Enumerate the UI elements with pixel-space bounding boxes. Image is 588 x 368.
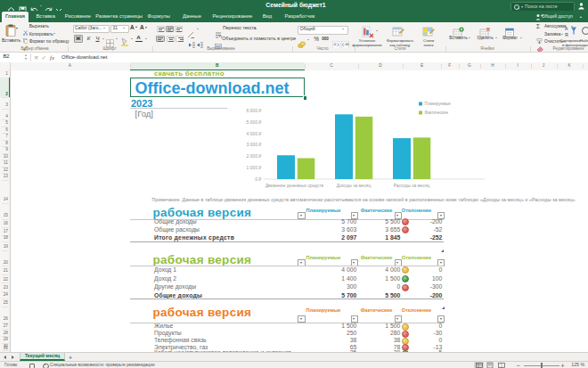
borders-dropdown-icon[interactable] bbox=[116, 38, 118, 39]
fill-color-icon[interactable] bbox=[120, 34, 129, 43]
prev-sheet-icon[interactable] bbox=[4, 356, 6, 359]
filter-button[interactable] bbox=[395, 315, 402, 323]
align-bottom-button[interactable] bbox=[175, 26, 183, 32]
autosum-button[interactable]: Автосумма bbox=[544, 24, 566, 29]
zoom-out-button[interactable]: − bbox=[516, 362, 519, 368]
merge-center-dropdown-icon[interactable] bbox=[287, 38, 289, 39]
column-header-K[interactable]: K bbox=[568, 64, 570, 69]
increase-decimal-icon[interactable]: .0 bbox=[332, 36, 340, 44]
name-box[interactable]: B2 bbox=[4, 54, 10, 60]
enter-icon[interactable]: ✓ bbox=[42, 54, 46, 61]
format-as-table-label-2[interactable]: как таблицу bbox=[390, 43, 411, 46]
italic-button[interactable]: К bbox=[87, 36, 91, 41]
tab-2[interactable]: Рисование bbox=[65, 14, 91, 20]
cell-styles-label-2[interactable]: ячеек bbox=[424, 43, 434, 46]
column-header-B[interactable]: B bbox=[216, 64, 218, 69]
tab-5[interactable]: Данные bbox=[183, 14, 201, 20]
filter-button[interactable] bbox=[298, 259, 305, 266]
cancel-icon[interactable]: ✕ bbox=[34, 54, 38, 61]
filter-button[interactable] bbox=[437, 259, 445, 266]
currency-dropdown-icon[interactable] bbox=[307, 39, 309, 40]
select-all-corner[interactable] bbox=[0, 62, 11, 70]
normal-view-button[interactable] bbox=[474, 362, 484, 368]
format-as-table-icon[interactable] bbox=[392, 26, 404, 38]
sort-filter-label-2[interactable]: и фильтр bbox=[562, 43, 578, 46]
filter-button[interactable] bbox=[351, 315, 358, 323]
cut-button[interactable]: Вырезать bbox=[29, 24, 49, 29]
table-resize-handle[interactable] bbox=[442, 297, 445, 299]
decrease-indent-icon[interactable] bbox=[188, 36, 195, 42]
underline-dropdown-icon[interactable] bbox=[102, 38, 104, 39]
tab-6[interactable]: Рецензирование bbox=[213, 14, 253, 20]
decrease-decimal-icon[interactable]: .00 bbox=[341, 36, 349, 44]
autosum-icon[interactable]: Σ bbox=[536, 23, 540, 29]
zoom-slider-thumb[interactable] bbox=[541, 363, 543, 368]
wrap-text-icon[interactable] bbox=[215, 26, 222, 32]
clear-icon[interactable] bbox=[536, 39, 543, 45]
orientation-icon[interactable] bbox=[187, 26, 196, 33]
filter-button[interactable] bbox=[437, 315, 445, 323]
merge-center-button[interactable]: Объединить и поместить в центре bbox=[222, 37, 296, 41]
column-header-E[interactable]: E bbox=[421, 64, 423, 69]
wrap-text-dropdown-icon[interactable] bbox=[255, 29, 257, 29]
column-header-H[interactable]: H bbox=[491, 64, 494, 69]
column-header-I[interactable]: I bbox=[518, 64, 519, 69]
find-select-label-2[interactable]: выделить bbox=[578, 43, 588, 46]
copy-icon[interactable] bbox=[23, 31, 29, 37]
collapse-ribbon-icon[interactable] bbox=[580, 16, 582, 18]
home-icon[interactable] bbox=[7, 2, 15, 10]
format-cells-button[interactable]: Формат bbox=[502, 36, 518, 40]
sort-filter-icon[interactable]: АЯ bbox=[565, 25, 576, 37]
filter-button[interactable] bbox=[395, 212, 402, 219]
tab-3[interactable]: Разметка страницы bbox=[95, 14, 143, 20]
customize-qat-icon[interactable] bbox=[55, 2, 61, 10]
font-size-dropdown-icon[interactable] bbox=[123, 28, 125, 29]
filter-button[interactable] bbox=[395, 259, 402, 266]
wrap-text-button[interactable]: Перенос текста bbox=[223, 27, 257, 31]
insert-cells-dropdown-icon[interactable] bbox=[469, 37, 470, 38]
filter-button[interactable] bbox=[298, 315, 305, 323]
conditional-formatting-dropdown-icon[interactable] bbox=[376, 30, 378, 31]
increase-indent-icon[interactable] bbox=[196, 36, 203, 42]
cell-styles-icon[interactable] bbox=[422, 26, 435, 38]
underline-button[interactable]: Ч bbox=[95, 36, 99, 41]
redo-icon[interactable] bbox=[45, 2, 53, 10]
budget-chart[interactable]: 0 ₽1 000 ₽2 000 ₽3 000 ₽4 000 ₽5 000 ₽6 … bbox=[227, 98, 494, 194]
save-icon[interactable] bbox=[19, 2, 27, 10]
merge-center-icon[interactable] bbox=[215, 37, 222, 42]
column-header-A[interactable]: A bbox=[69, 64, 71, 69]
zoom-level[interactable]: 125 % bbox=[571, 363, 584, 367]
decrease-font-icon[interactable]: A bbox=[140, 25, 144, 31]
add-sheet-button[interactable]: + bbox=[69, 354, 72, 360]
orientation-dropdown-icon[interactable] bbox=[197, 29, 199, 29]
filter-button[interactable] bbox=[351, 212, 358, 219]
filter-button[interactable] bbox=[437, 212, 445, 219]
tab-4[interactable]: Формулы bbox=[148, 14, 170, 20]
column-header-J[interactable]: J bbox=[543, 64, 544, 69]
page-layout-button[interactable] bbox=[486, 362, 495, 368]
currency-icon[interactable] bbox=[298, 36, 306, 43]
font-color-icon[interactable]: A bbox=[135, 34, 143, 43]
filter-button[interactable] bbox=[298, 212, 305, 219]
align-right-button[interactable] bbox=[176, 36, 184, 42]
column-header-D[interactable]: D bbox=[379, 64, 381, 69]
cut-icon[interactable] bbox=[23, 23, 29, 29]
paste-dropdown-icon[interactable] bbox=[16, 28, 18, 29]
undo-dropdown-icon[interactable] bbox=[40, 5, 42, 6]
format-cells-dropdown-icon[interactable] bbox=[520, 37, 522, 38]
fill-dropdown-icon[interactable] bbox=[561, 34, 563, 35]
formula-input[interactable]: Office-download.net bbox=[61, 55, 107, 61]
tab-8[interactable]: Разработчик bbox=[284, 14, 314, 20]
font-color-dropdown-icon[interactable] bbox=[145, 38, 147, 39]
column-header-G[interactable]: G bbox=[468, 64, 471, 69]
format-painter-icon[interactable] bbox=[23, 38, 29, 44]
increase-font-icon[interactable]: A bbox=[130, 25, 135, 31]
fill-color-dropdown-icon[interactable] bbox=[131, 38, 133, 39]
find-select-icon[interactable] bbox=[581, 25, 588, 37]
undo-icon[interactable] bbox=[30, 2, 38, 10]
accessibility-status[interactable]: Специальные возможности: проверьте реком… bbox=[50, 364, 155, 368]
comma-style-button[interactable]: 000 bbox=[322, 37, 329, 42]
percent-style-button[interactable]: % bbox=[314, 37, 319, 42]
copy-dropdown-icon[interactable] bbox=[53, 33, 55, 34]
fill-button[interactable]: Заливка bbox=[544, 32, 560, 37]
